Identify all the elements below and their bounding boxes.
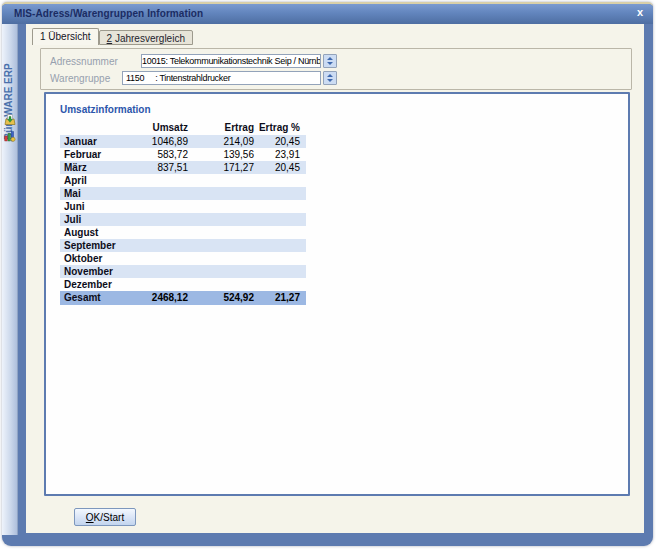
table-row: September xyxy=(60,239,306,252)
table-row: April xyxy=(60,174,306,187)
ok-start-button[interactable]: OK/Start xyxy=(74,508,136,526)
umsatz-cell xyxy=(126,226,188,239)
ertrag-header-cell: Ertrag xyxy=(188,120,254,135)
ertrag_pct-cell: 20,45 xyxy=(254,161,300,174)
adressnummer-label: Adressnummer xyxy=(50,56,118,67)
month-cell: Februar xyxy=(60,148,126,161)
panel-title: Umsatzinformation xyxy=(60,104,151,115)
umsatz-cell: 583,72 xyxy=(126,148,188,161)
ertrag-cell xyxy=(188,187,254,200)
table-row: Februar583,72139,5623,91 xyxy=(60,148,306,161)
ertrag_pct-cell xyxy=(254,278,300,291)
adressnummer-field[interactable]: 10015: Telekommunikationstechnik Seip / … xyxy=(141,54,321,68)
month-cell: September xyxy=(60,239,126,252)
month-cell: Juni xyxy=(60,200,126,213)
ertrag_pct-cell xyxy=(254,265,300,278)
ertrag_pct-cell xyxy=(254,174,300,187)
month-header-cell xyxy=(60,120,126,135)
ertrag-cell xyxy=(188,265,254,278)
umsatz-cell xyxy=(126,200,188,213)
ertrag_pct-cell: 23,91 xyxy=(254,148,300,161)
ertrag-cell xyxy=(188,252,254,265)
umsatz-cell: 837,51 xyxy=(126,161,188,174)
month-cell: Januar xyxy=(60,135,126,148)
umsatz-panel: Umsatzinformation Umsatz Ertrag Ertrag %… xyxy=(44,92,630,496)
month-cell: April xyxy=(60,174,126,187)
warengruppe-label: Warengruppe xyxy=(50,73,110,84)
table-total-row: Gesamt 2468,12 524,92 21,27 xyxy=(60,291,306,305)
ertrag-cell xyxy=(188,226,254,239)
table-row: November xyxy=(60,265,306,278)
total-ertrag-cell: 524,92 xyxy=(188,291,254,305)
month-cell: März xyxy=(60,161,126,174)
total-ertrag-pct-cell: 21,27 xyxy=(254,291,300,305)
umsatz-cell xyxy=(126,252,188,265)
selection-groupbox: Adressnummer 10015: Telekommunikationste… xyxy=(40,48,632,90)
tab-jahresvergleich[interactable]: 2 Jahresvergleich xyxy=(99,30,193,45)
umsatz-table-body: Januar1046,89214,0920,45Februar583,72139… xyxy=(60,135,306,291)
ertrag_pct-cell: 20,45 xyxy=(254,135,300,148)
umsatz-cell xyxy=(126,213,188,226)
statistics-icon[interactable] xyxy=(4,128,16,140)
tab-uebersicht[interactable]: 1 Übersicht xyxy=(32,28,99,45)
ertrag-cell xyxy=(188,239,254,252)
total-umsatz-cell: 2468,12 xyxy=(126,291,188,305)
table-row: Oktober xyxy=(60,252,306,265)
umsatz-cell xyxy=(126,174,188,187)
ertrag-cell xyxy=(188,213,254,226)
table-row: Dezember xyxy=(60,278,306,291)
warengruppe-field[interactable]: 1150 : Tintenstrahldrucker xyxy=(122,71,321,85)
mis-window: MIS-Adress/Warengruppen Information x Bü… xyxy=(2,2,653,546)
month-cell: Juli xyxy=(60,213,126,226)
ertrag-cell: 214,09 xyxy=(188,135,254,148)
month-cell: August xyxy=(60,226,126,239)
umsatz-table: Umsatz Ertrag Ertrag % Januar1046,89214,… xyxy=(60,120,306,305)
ertrag_pct-cell xyxy=(254,187,300,200)
export-icon[interactable] xyxy=(4,112,16,124)
ertrag-cell xyxy=(188,200,254,213)
ertrag-cell: 171,27 xyxy=(188,161,254,174)
umsatz-cell xyxy=(126,265,188,278)
ertrag-cell: 139,56 xyxy=(188,148,254,161)
month-cell: Dezember xyxy=(60,278,126,291)
ertrag-pct-header-cell: Ertrag % xyxy=(254,120,300,135)
tab-bar: 1 Übersicht 2 Jahresvergleich xyxy=(32,27,193,45)
ertrag_pct-cell xyxy=(254,200,300,213)
table-header-row: Umsatz Ertrag Ertrag % xyxy=(60,120,306,135)
umsatz-header-cell: Umsatz xyxy=(126,120,188,135)
ertrag_pct-cell xyxy=(254,239,300,252)
umsatz-cell: 1046,89 xyxy=(126,135,188,148)
total-label-cell: Gesamt xyxy=(60,291,126,305)
window-title: MIS-Adress/Warengruppen Information xyxy=(14,8,203,19)
sidebar: BüroWARE ERP xyxy=(2,24,18,535)
content-area: 1 Übersicht 2 Jahresvergleich Adressnumm… xyxy=(26,24,644,533)
table-row: Juli xyxy=(60,213,306,226)
ertrag_pct-cell xyxy=(254,213,300,226)
umsatz-cell xyxy=(126,278,188,291)
month-cell: November xyxy=(60,265,126,278)
ertrag-cell xyxy=(188,278,254,291)
month-cell: Oktober xyxy=(60,252,126,265)
umsatz-cell xyxy=(126,239,188,252)
ertrag_pct-cell xyxy=(254,226,300,239)
close-icon[interactable]: x xyxy=(637,7,643,18)
ertrag_pct-cell xyxy=(254,252,300,265)
table-row: Januar1046,89214,0920,45 xyxy=(60,135,306,148)
month-cell: Mai xyxy=(60,187,126,200)
titlebar: MIS-Adress/Warengruppen Information x xyxy=(2,4,653,24)
table-row: März837,51171,2720,45 xyxy=(60,161,306,174)
ertrag-cell xyxy=(188,174,254,187)
warengruppe-spinner-icon[interactable] xyxy=(323,71,337,85)
table-row: August xyxy=(60,226,306,239)
table-row: Mai xyxy=(60,187,306,200)
adressnummer-spinner-icon[interactable] xyxy=(323,54,337,68)
umsatz-cell xyxy=(126,187,188,200)
table-row: Juni xyxy=(60,200,306,213)
